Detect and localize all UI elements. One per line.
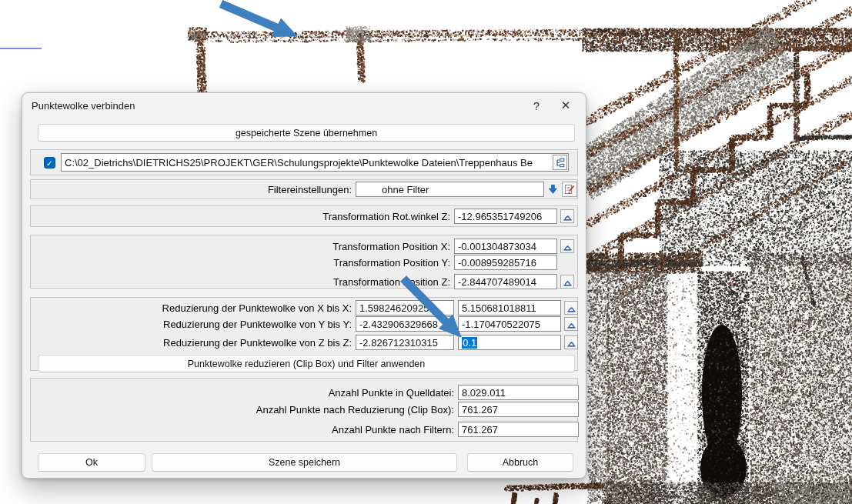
- reduction-y-from-field[interactable]: -2.432906329668: [356, 316, 454, 332]
- pick-tool-icon: [566, 338, 576, 348]
- pick-tool-icon: [563, 277, 573, 287]
- pick-tool-icon: [566, 303, 576, 313]
- count-filtered-row: Anzahl Punkte nach Filtern: 761.267: [31, 422, 577, 437]
- position-x-field[interactable]: -0.001304873034: [454, 239, 557, 254]
- reduction-x-from-field[interactable]: 1.598246209256: [356, 300, 454, 315]
- pick-position-z-button[interactable]: [560, 275, 574, 289]
- pick-tool-icon: [566, 319, 576, 329]
- reduction-x-to-field[interactable]: 5.150681018811: [458, 300, 561, 315]
- position-x-label: Transformation Position X:: [34, 241, 454, 252]
- punktewolke-verbinden-dialog: Punktewolke verbinden ? ✕ gespeicherte S…: [22, 92, 586, 479]
- edit-filter-button[interactable]: [562, 182, 577, 197]
- source-file-group: ✓ C:\02_Dietrichs\DIETRICHS25\PROJEKT\GE…: [30, 149, 578, 175]
- reduction-group: Reduzierung der Punktewolke von X bis X:…: [30, 297, 578, 371]
- pick-tool-icon: [563, 242, 573, 252]
- count-clipped-row: Anzahl Punkte nach Reduzierung (Clip Box…: [31, 402, 577, 417]
- pick-clip-y-button[interactable]: [564, 317, 578, 331]
- filter-label: Filtereinstellungen:: [34, 184, 356, 195]
- save-scene-button[interactable]: Szene speichern: [152, 453, 457, 472]
- pick-clip-x-button[interactable]: [564, 301, 578, 315]
- close-button[interactable]: ✕: [553, 98, 578, 112]
- count-clipped-field: 761.267: [458, 402, 579, 417]
- help-button[interactable]: ?: [524, 99, 549, 112]
- pick-tool-icon: [563, 212, 573, 222]
- point-counts-group: Anzahl Punkte in Quelldatei: 8.029.011 A…: [30, 378, 578, 442]
- position-group: Transformation Position X: -0.0013048730…: [30, 235, 578, 289]
- count-source-label: Anzahl Punkte in Quelldatei:: [34, 387, 458, 399]
- rotation-group: Transformation Rot.winkel Z: -12.9653517…: [30, 205, 578, 227]
- source-file-checkbox[interactable]: ✓: [44, 157, 55, 169]
- filter-group: Filtereinstellungen: ohne Filter: [30, 179, 578, 199]
- reduction-y-label: Reduzierung der Punktewolke von Y bis Y:: [34, 319, 356, 330]
- count-source-row: Anzahl Punkte in Quelldatei: 8.029.011: [31, 385, 577, 400]
- position-y-field[interactable]: -0.008959285716: [454, 255, 557, 270]
- position-z-row: Transformation Position Z: -2.8447074890…: [31, 274, 577, 289]
- reduction-x-label: Reduzierung der Punktewolke von X bis X:: [34, 302, 356, 314]
- position-y-row: Transformation Position Y: -0.0089592857…: [31, 255, 577, 270]
- reduction-z-from-field[interactable]: -2.826712310315: [356, 335, 454, 350]
- dropdown-arrow-icon: [548, 185, 558, 194]
- source-path-field[interactable]: C:\02_Dietrichs\DIETRICHS25\PROJEKT\GER\…: [61, 153, 569, 172]
- application-window: Punktewolke verbinden ? ✕ gespeicherte S…: [0, 0, 852, 504]
- tree-icon: [555, 158, 565, 168]
- count-clipped-label: Anzahl Punkte nach Reduzierung (Clip Box…: [34, 404, 458, 416]
- cancel-button[interactable]: Abbruch: [467, 453, 573, 472]
- ok-button[interactable]: Ok: [38, 453, 145, 472]
- pick-rotation-button[interactable]: [560, 209, 574, 223]
- apply-clipbox-filter-button[interactable]: Punktewolke reduzieren (Clip Box) und Fi…: [38, 355, 575, 372]
- filter-combobox[interactable]: ohne Filter: [356, 182, 544, 197]
- count-source-field: 8.029.011: [458, 385, 579, 400]
- reduction-z-label: Reduzierung der Punktewolke von Z bis Z:: [34, 337, 356, 349]
- pick-clip-z-button[interactable]: [564, 335, 578, 349]
- dialog-titlebar: Punktewolke verbinden ? ✕: [22, 93, 586, 118]
- position-x-row: Transformation Position X: -0.0013048730…: [31, 239, 577, 254]
- pick-position-xy-button[interactable]: [560, 239, 574, 253]
- position-y-label: Transformation Position Y:: [34, 257, 454, 269]
- count-filtered-field: 761.267: [458, 422, 579, 437]
- reduction-z-row: Reduzierung der Punktewolke von Z bis Z:…: [31, 335, 577, 350]
- rotation-field[interactable]: -12.965351749206: [454, 209, 557, 224]
- position-z-label: Transformation Position Z:: [34, 276, 454, 288]
- file-tree-button[interactable]: [553, 155, 567, 170]
- reduction-y-to-field[interactable]: -1.170470522075: [458, 316, 561, 332]
- reduction-z-to-field[interactable]: 0.1: [458, 335, 561, 350]
- filter-value: ohne Filter: [382, 184, 429, 195]
- reduction-x-row: Reduzierung der Punktewolke von X bis X:…: [31, 300, 577, 315]
- apply-saved-scene-button[interactable]: gespeicherte Szene übernehmen: [38, 124, 575, 142]
- dialog-footer: Ok Szene speichern Abbruch: [38, 453, 573, 472]
- position-z-field[interactable]: -2.844707489014: [454, 274, 557, 289]
- rotation-label: Transformation Rot.winkel Z:: [34, 211, 454, 222]
- reduction-y-row: Reduzierung der Punktewolke von Y bis Y:…: [31, 316, 577, 332]
- count-filtered-label: Anzahl Punkte nach Filtern:: [34, 424, 458, 436]
- selected-text: 0.1: [462, 337, 477, 349]
- edit-filter-icon: [564, 184, 575, 195]
- source-path-text: C:\02_Dietrichs\DIETRICHS25\PROJEKT\GER\…: [65, 157, 533, 169]
- dialog-title: Punktewolke verbinden: [32, 100, 524, 112]
- filter-dropdown-button[interactable]: [546, 182, 559, 196]
- checkmark-icon: ✓: [45, 158, 55, 168]
